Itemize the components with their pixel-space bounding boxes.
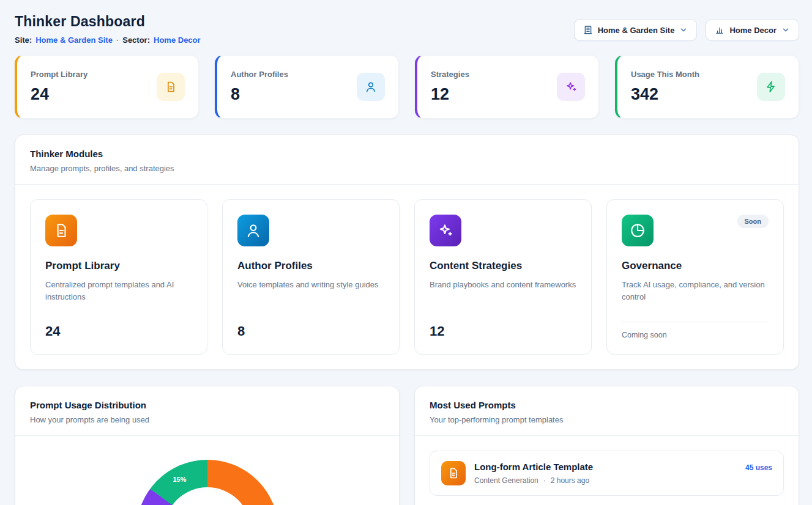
header-left: Thinker Dashboard Site: Home & Garden Si… (15, 13, 201, 45)
prompt-body: Long-form Article Template Content Gener… (474, 462, 737, 485)
sparkles-icon (430, 215, 461, 246)
bottom-grid: Prompt Usage Distribution How your promp… (15, 370, 799, 505)
module-top: Soon (622, 215, 769, 246)
sector-label: Sector: (122, 35, 150, 45)
module-card-content-strategies[interactable]: Content Strategies Brand playbooks and c… (414, 199, 592, 355)
document-icon (45, 215, 77, 246)
sector-link[interactable]: Home Decor (154, 35, 201, 45)
uses-badge: 45 uses (745, 463, 772, 472)
stat-label: Prompt Library (31, 70, 88, 79)
stat-text: Strategies 12 (431, 70, 469, 104)
module-card-author-profiles[interactable]: Author Profiles Voice templates and writ… (222, 199, 400, 355)
modules-panel-head: Thinker Modules Manage prompts, profiles… (15, 135, 799, 184)
site-selector-label: Home & Garden Site (598, 26, 675, 35)
prompts-panel-head: Most Used Prompts Your top-performing pr… (415, 386, 799, 435)
site-link[interactable]: Home & Garden Site (35, 35, 113, 45)
stats-row: Prompt Library 24 Author Profiles 8 Stra… (15, 55, 799, 119)
stat-text: Author Profiles 8 (231, 70, 288, 104)
sparkles-icon (557, 73, 585, 101)
module-top (237, 215, 384, 246)
usage-panel-title: Prompt Usage Distribution (30, 400, 384, 410)
usage-distribution-panel: Prompt Usage Distribution How your promp… (15, 386, 400, 505)
header: Thinker Dashboard Site: Home & Garden Si… (15, 13, 799, 45)
stat-card-author-profiles: Author Profiles 8 (215, 55, 399, 119)
module-top (45, 215, 192, 246)
sector-selector[interactable]: Home Decor (706, 19, 799, 41)
site-label: Site: (15, 35, 32, 45)
document-icon (441, 461, 466, 485)
most-used-prompts-panel: Most Used Prompts Your top-performing pr… (414, 386, 799, 505)
soon-badge: Soon (737, 215, 769, 228)
module-title: Content Strategies (430, 260, 576, 272)
stat-text: Usage This Month 342 (631, 70, 699, 104)
module-title: Author Profiles (237, 260, 384, 272)
prompt-time: 2 hours ago (551, 476, 589, 485)
page-title: Thinker Dashboard (15, 13, 201, 30)
stat-text: Prompt Library 24 (31, 70, 88, 104)
prompt-title: Long-form Article Template (474, 462, 737, 472)
module-value: 12 (430, 323, 576, 339)
modules-panel: Thinker Modules Manage prompts, profiles… (15, 135, 799, 370)
prompt-list-item[interactable]: Long-form Article Template Content Gener… (430, 451, 784, 496)
stat-card-prompt-library: Prompt Library 24 (15, 55, 199, 119)
stat-value: 24 (31, 85, 88, 104)
stat-value: 12 (431, 85, 469, 104)
divider (622, 322, 769, 322)
document-icon (157, 73, 185, 101)
module-value: 8 (237, 323, 384, 339)
donut-segment-label: 15% (173, 476, 187, 483)
prompts-panel-title: Most Used Prompts (430, 400, 784, 410)
stat-label: Strategies (431, 70, 469, 79)
module-description: Voice templates and writing style guides (237, 279, 384, 291)
modules-title: Thinker Modules (30, 149, 784, 159)
stat-label: Usage This Month (631, 70, 699, 79)
header-selectors: Home & Garden Site Home Decor (574, 19, 799, 41)
stat-card-strategies: Strategies 12 (415, 55, 599, 119)
chevron-down-icon (781, 26, 790, 34)
stat-card-usage: Usage This Month 342 (615, 55, 799, 119)
chart-area: 15% (15, 436, 399, 505)
user-icon (357, 73, 385, 101)
module-footer: Coming soon (622, 322, 769, 339)
prompt-category: Content Generation (474, 476, 538, 485)
prompts-panel-subtitle: Your top-performing prompt templates (430, 415, 784, 424)
stat-label: Author Profiles (231, 70, 288, 79)
stat-value: 342 (631, 85, 699, 104)
stat-value: 8 (231, 85, 288, 104)
separator-dot: · (543, 476, 546, 485)
separator-dot: · (116, 35, 119, 45)
usage-panel-head: Prompt Usage Distribution How your promp… (15, 386, 399, 435)
site-sector-line: Site: Home & Garden Site · Sector: Home … (15, 35, 201, 45)
coming-soon-text: Coming soon (622, 331, 769, 339)
module-description: Centralized prompt templates and AI inst… (45, 279, 192, 303)
module-description: Brand playbooks and content frameworks (430, 279, 576, 291)
module-card-prompt-library[interactable]: Prompt Library Centralized prompt templa… (30, 199, 207, 355)
bar-chart-icon (715, 25, 724, 35)
module-title: Prompt Library (45, 260, 192, 272)
module-value: 24 (45, 323, 192, 339)
sector-selector-label: Home Decor (729, 26, 777, 35)
prompt-list: Long-form Article Template Content Gener… (415, 436, 799, 505)
site-selector[interactable]: Home & Garden Site (574, 19, 698, 41)
modules-grid: Prompt Library Centralized prompt templa… (15, 185, 799, 369)
pie-chart-icon (622, 215, 654, 246)
module-card-governance[interactable]: Soon Governance Track AI usage, complian… (606, 199, 784, 355)
dashboard-page: Thinker Dashboard Site: Home & Garden Si… (0, 0, 812, 505)
module-top (430, 215, 576, 246)
user-icon (237, 215, 269, 246)
usage-donut: 15% (136, 460, 278, 505)
modules-subtitle: Manage prompts, profiles, and strategies (30, 164, 784, 173)
usage-panel-subtitle: How your prompts are being used (30, 415, 384, 424)
module-description: Track AI usage, compliance, and version … (622, 279, 769, 303)
chevron-down-icon (679, 26, 688, 34)
prompt-meta: Content Generation · 2 hours ago (474, 476, 737, 485)
bolt-icon (757, 73, 785, 101)
building-icon (583, 25, 593, 35)
module-title: Governance (622, 260, 769, 272)
